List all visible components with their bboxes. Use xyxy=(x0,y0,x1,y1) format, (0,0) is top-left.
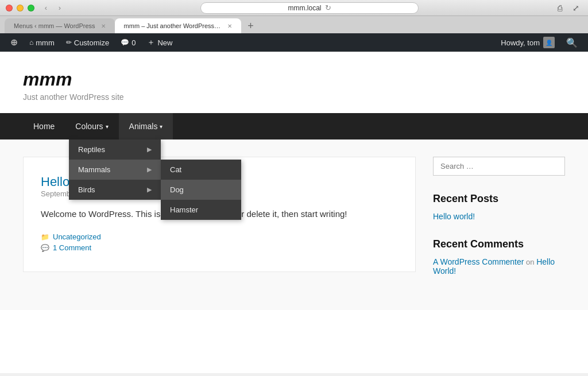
reptiles-label: Reptiles xyxy=(78,145,105,154)
browser-nav-icons: ‹ › xyxy=(40,2,65,14)
dog-label: Dog xyxy=(170,185,184,194)
post-category-item: 📁 Uncategorized xyxy=(41,232,398,241)
submenu-hamster[interactable]: Hamster xyxy=(161,200,241,220)
commenter-link[interactable]: A WordPress Commenter xyxy=(433,257,524,266)
nav-home[interactable]: Home xyxy=(23,113,65,139)
admin-bar-comments-count: 0 xyxy=(131,38,136,47)
site-wrap: mmm Just another WordPress site Home Col… xyxy=(0,52,588,373)
reptiles-arrow-icon: ▶ xyxy=(147,146,152,153)
dropdown-reptiles[interactable]: Reptiles ▶ xyxy=(69,139,161,160)
recent-post-link-1[interactable]: Hello world! xyxy=(433,212,565,221)
nav-animals-label: Animals xyxy=(129,122,158,131)
animals-chevron-icon: ▾ xyxy=(160,123,163,130)
recent-posts-title: Recent Posts xyxy=(433,193,565,205)
admin-avatar: 👤 xyxy=(543,37,555,48)
reload-icon[interactable]: ↻ xyxy=(325,3,331,12)
comment-icon: 💬 xyxy=(41,244,49,252)
window-controls xyxy=(6,5,34,11)
fullscreen-icon[interactable]: ⤢ xyxy=(570,2,582,14)
wp-admin-bar: ⊕ ⌂ mmm ✏ Customize 💬 0 ＋ New Howdy, tom… xyxy=(0,33,588,52)
hamster-label: Hamster xyxy=(170,206,198,214)
nav-home-label: Home xyxy=(33,122,55,131)
admin-bar-new[interactable]: ＋ New xyxy=(141,33,178,52)
admin-bar-howdy[interactable]: Howdy, tom 👤 xyxy=(495,37,560,48)
search-widget xyxy=(433,157,565,176)
browser-actions: ⎙ ⤢ xyxy=(554,2,582,14)
mammals-label: Mammals xyxy=(78,165,110,174)
recent-comments-title: Recent Comments xyxy=(433,238,565,250)
post-footer: 📁 Uncategorized 💬 1 Comment xyxy=(41,232,398,252)
howdy-label: Howdy, tom xyxy=(501,38,540,47)
admin-bar-right: Howdy, tom 👤 🔍 xyxy=(495,37,583,48)
dropdown-birds[interactable]: Birds ▶ xyxy=(69,180,161,200)
main-nav: Home Colours ▾ Animals ▾ Reptiles ▶ Mamm… xyxy=(0,113,588,139)
admin-bar-site-icon: ⌂ xyxy=(29,38,33,46)
submenu-cat[interactable]: Cat xyxy=(161,160,241,180)
share-icon[interactable]: ⎙ xyxy=(554,2,566,14)
url-text: mmm.local xyxy=(288,4,321,12)
admin-bar-customize-label: Customize xyxy=(74,38,109,47)
tab-2[interactable]: mmm – Just another WordPress site ✕ xyxy=(115,18,241,33)
back-icon[interactable]: ‹ xyxy=(40,2,52,14)
admin-bar-new-label: New xyxy=(157,38,172,47)
tab-1-label: Menus ‹ mmm — WordPress xyxy=(14,22,95,29)
customize-icon: ✏ xyxy=(66,38,72,46)
tab-2-close[interactable]: ✕ xyxy=(227,23,232,29)
category-icon: 📁 xyxy=(41,233,49,241)
site-title: mmm xyxy=(23,69,565,90)
admin-search-icon[interactable]: 🔍 xyxy=(560,37,583,48)
site-tagline: Just another WordPress site xyxy=(23,92,565,102)
post-comments-link[interactable]: 1 Comment xyxy=(53,243,91,252)
nav-colours[interactable]: Colours ▾ xyxy=(65,113,118,139)
mammals-arrow-icon: ▶ xyxy=(147,166,152,173)
minimize-button[interactable] xyxy=(17,5,24,11)
admin-bar-comments[interactable]: 💬 0 xyxy=(115,33,141,52)
birds-label: Birds xyxy=(78,185,95,194)
post-category-link[interactable]: Uncategorized xyxy=(53,232,101,241)
admin-bar-site[interactable]: ⌂ mmm xyxy=(24,33,60,52)
tab-1-close[interactable]: ✕ xyxy=(101,23,106,29)
dropdown-mammals[interactable]: Mammals ▶ Cat Dog Hamster xyxy=(69,160,161,180)
comment-on-text: on xyxy=(526,258,534,266)
comments-icon: 💬 xyxy=(121,38,129,46)
recent-comments-widget: Recent Comments A WordPress Commenter on… xyxy=(433,238,565,276)
close-button[interactable] xyxy=(6,5,13,11)
search-input[interactable] xyxy=(433,157,565,176)
nav-colours-label: Colours xyxy=(75,122,103,131)
birds-arrow-icon: ▶ xyxy=(147,186,152,193)
admin-bar-customize[interactable]: ✏ Customize xyxy=(60,33,115,52)
recent-comment-1: A WordPress Commenter on Hello World! xyxy=(433,257,565,276)
address-bar-wrap: mmm.local ↻ xyxy=(70,2,549,14)
wp-logo-item[interactable]: ⊕ xyxy=(5,33,24,52)
nav-animals[interactable]: Animals ▾ xyxy=(119,113,173,139)
new-icon: ＋ xyxy=(147,37,155,48)
browser-tabs: Menus ‹ mmm — WordPress ✕ mmm – Just ano… xyxy=(0,16,588,33)
recent-posts-widget: Recent Posts Hello world! xyxy=(433,193,565,221)
mammals-submenu: Cat Dog Hamster xyxy=(161,160,241,220)
tab-add-button[interactable]: + xyxy=(243,18,258,33)
sidebar: Recent Posts Hello world! Recent Comment… xyxy=(433,157,565,293)
admin-bar-site-label: mmm xyxy=(36,38,55,47)
tab-2-label: mmm – Just another WordPress site xyxy=(124,22,222,29)
forward-icon[interactable]: › xyxy=(54,2,65,14)
animals-dropdown: Reptiles ▶ Mammals ▶ Cat Dog Hamster xyxy=(69,139,161,200)
browser-titlebar: ‹ › mmm.local ↻ ⎙ ⤢ xyxy=(0,0,588,16)
site-header: mmm Just another WordPress site xyxy=(0,52,588,113)
post-comments-item: 💬 1 Comment xyxy=(41,243,398,252)
address-bar[interactable]: mmm.local ↻ xyxy=(200,2,419,14)
cat-label: Cat xyxy=(170,165,181,174)
submenu-dog[interactable]: Dog xyxy=(161,180,241,200)
maximize-button[interactable] xyxy=(28,5,34,11)
colours-chevron-icon: ▾ xyxy=(106,123,109,130)
tab-1[interactable]: Menus ‹ mmm — WordPress ✕ xyxy=(5,18,115,33)
wp-logo-icon: ⊕ xyxy=(10,37,18,48)
